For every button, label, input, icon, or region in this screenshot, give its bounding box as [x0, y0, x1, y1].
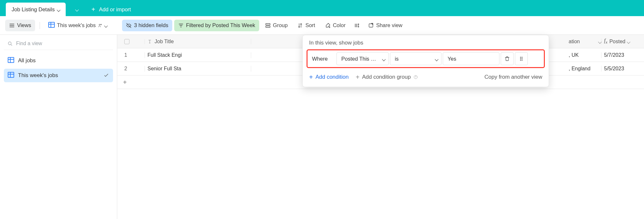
condition-operator-select[interactable]: is [390, 52, 441, 65]
hidden-fields-label: 3 hidden fields [134, 22, 168, 28]
filter-label: Filtered by Posted This Week [186, 22, 255, 28]
table-history-dropdown[interactable] [69, 3, 85, 16]
operator-value: is [395, 56, 399, 62]
drag-condition-handle[interactable] [515, 52, 528, 65]
column-label: Posted [609, 39, 625, 45]
filter-popover: In this view, show jobs Where Posted Thi… [302, 35, 549, 87]
views-button[interactable]: Views [5, 20, 35, 31]
svg-rect-2 [266, 24, 270, 25]
grid-icon [8, 72, 14, 79]
chevron-down-icon [627, 39, 630, 45]
tab-job-listing-details[interactable]: Job Listing Details [6, 3, 66, 16]
column-label: Job Title [155, 39, 174, 45]
search-placeholder: Find a view [16, 41, 42, 46]
color-label: Color [333, 22, 346, 28]
column-header-job-title[interactable]: Job Title [145, 39, 251, 45]
chevron-down-icon [76, 6, 78, 12]
plus-icon: + [123, 79, 127, 85]
drag-handle-icon [518, 56, 524, 62]
add-group-label: Add condition group [362, 74, 411, 80]
group-button[interactable]: Group [261, 20, 292, 31]
svg-rect-3 [266, 26, 270, 27]
conjunction-label: Where [310, 56, 335, 62]
share-label: Share view [376, 22, 402, 28]
filter-button[interactable]: Filtered by Posted This Week [174, 20, 259, 31]
select-all-cell[interactable] [117, 39, 145, 44]
row-height-button[interactable] [351, 20, 362, 31]
current-view-button[interactable]: This week's jobs [44, 20, 111, 31]
views-sidebar: Find a view All jobs This week's jobs [0, 35, 117, 219]
view-toolbar: Views This week's jobs 3 hidden fields F… [0, 16, 644, 35]
condition-field-select[interactable]: Posted This … [336, 52, 389, 65]
formula-icon: fx [604, 38, 607, 45]
cell-posted[interactable]: 5/5/2023 [601, 66, 644, 72]
chevron-down-icon [383, 56, 385, 62]
filter-icon [178, 23, 184, 28]
search-icon [7, 41, 13, 46]
view-label: All jobs [18, 57, 36, 64]
check-icon [103, 73, 109, 78]
sidebar-view-this-weeks-jobs[interactable]: This week's jobs [4, 69, 113, 82]
cell-job-title[interactable]: Senior Full Sta [145, 66, 251, 72]
sort-button[interactable]: Sort [293, 20, 319, 31]
plus-icon: + [309, 74, 313, 80]
color-button[interactable]: Color [321, 20, 349, 31]
svg-point-6 [8, 42, 11, 45]
svg-point-7 [520, 57, 521, 58]
chevron-down-icon [105, 22, 107, 28]
people-icon [98, 23, 102, 28]
eye-off-icon [126, 23, 132, 28]
sort-label: Sort [305, 22, 315, 28]
field-value: Posted This … [341, 56, 376, 62]
cell-job-title[interactable]: Full Stack Engi [145, 52, 251, 58]
column-header-location[interactable]: ation [566, 39, 601, 45]
svg-point-10 [522, 58, 522, 59]
condition-value-select[interactable]: Yes [443, 52, 499, 65]
column-label: ation [569, 39, 580, 45]
svg-point-9 [520, 58, 521, 59]
share-view-button[interactable]: Share view [364, 20, 406, 31]
row-height-icon [354, 23, 360, 28]
sort-icon [297, 23, 303, 28]
svg-point-4 [329, 26, 330, 27]
column-header-posted[interactable]: fx Posted [601, 38, 644, 45]
views-label: Views [17, 22, 31, 28]
chevron-down-icon [57, 6, 60, 13]
checkbox-icon [124, 39, 129, 44]
plus-icon: + [91, 6, 95, 13]
divider [40, 22, 40, 29]
add-condition-button[interactable]: + Add condition [309, 74, 349, 80]
table-tabs: Job Listing Details + Add or import [0, 0, 644, 16]
svg-point-12 [522, 60, 522, 61]
grid-icon [8, 57, 14, 65]
svg-point-1 [101, 24, 102, 25]
row-number: 2 [117, 66, 145, 72]
help-icon [413, 75, 418, 79]
grid-icon [48, 22, 55, 29]
data-grid: Job Title ation fx Posted 1 Full Stack E… [117, 35, 644, 219]
filter-popover-heading: In this view, show jobs [303, 35, 549, 49]
hidden-fields-button[interactable]: 3 hidden fields [122, 20, 172, 31]
add-condition-group-button[interactable]: + Add condition group [356, 74, 418, 80]
cell-location[interactable]: , UK [566, 52, 601, 58]
svg-point-11 [520, 60, 521, 61]
sidebar-view-all-jobs[interactable]: All jobs [4, 54, 113, 67]
delete-condition-button[interactable] [501, 52, 514, 65]
menu-icon [9, 23, 15, 28]
group-icon [265, 23, 271, 28]
tab-label: Job Listing Details [12, 6, 55, 13]
current-view-label: This week's jobs [57, 22, 96, 28]
cell-posted[interactable]: 5/7/2023 [601, 52, 644, 58]
svg-point-8 [522, 57, 522, 58]
text-icon [147, 39, 152, 44]
plus-icon: + [356, 74, 360, 80]
find-view-search[interactable]: Find a view [4, 37, 113, 50]
cell-location[interactable]: , England [566, 66, 601, 72]
row-number: 1 [117, 52, 145, 58]
add-or-import-button[interactable]: + Add or import [85, 3, 137, 16]
value-text: Yes [448, 56, 456, 62]
share-icon [368, 23, 374, 28]
svg-point-0 [99, 24, 100, 25]
copy-from-another-view-button[interactable]: Copy from another view [484, 74, 542, 80]
add-import-label: Add or import [99, 6, 131, 13]
